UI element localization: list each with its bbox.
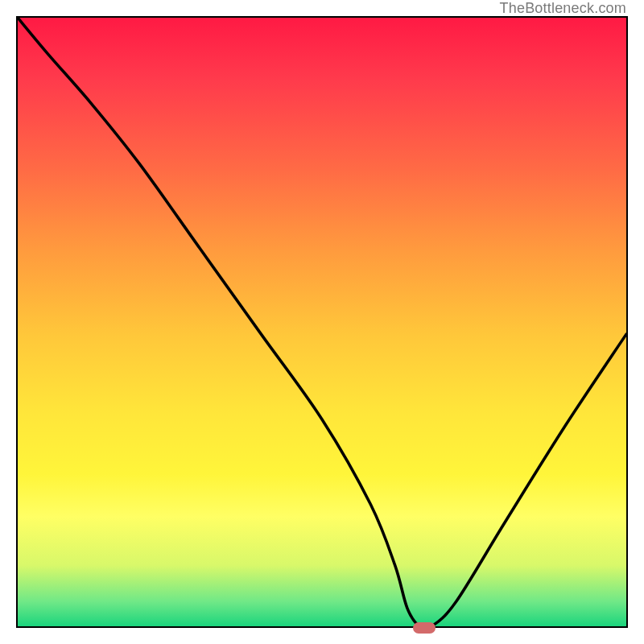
watermark-label: TheBottleneck.com [500, 0, 626, 17]
chart-canvas: TheBottleneck.com [0, 0, 644, 644]
optimal-point-marker [413, 622, 436, 634]
bottleneck-curve [18, 18, 626, 626]
plot-area [16, 16, 628, 628]
